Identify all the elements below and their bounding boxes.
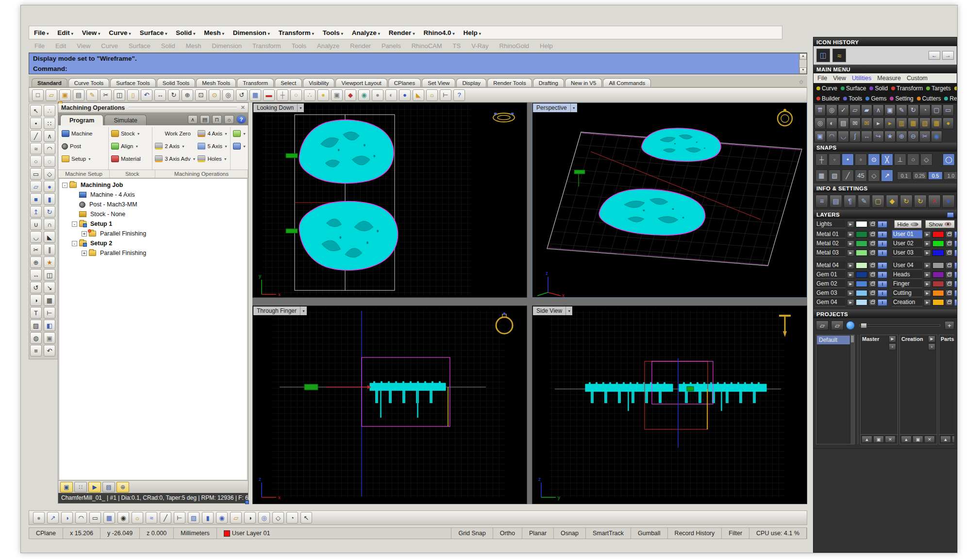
machining-tools-button[interactable]: ▼ — [232, 130, 247, 137]
simulate-stock-icon[interactable]: ▣ — [60, 482, 73, 492]
plugin-menu-item[interactable]: Help — [540, 42, 553, 50]
viewport-perspective[interactable]: z x y Perspective▼ — [532, 102, 807, 298]
tree-item-label[interactable]: Post - Mach3-MM — [87, 201, 139, 208]
hatch-plane-icon[interactable]: ▨ — [188, 512, 199, 524]
viewport-menu-caret-icon[interactable]: ▼ — [300, 306, 307, 315]
gems-category[interactable]: Gems — [865, 95, 886, 102]
column-up-button[interactable]: ▲ — [940, 436, 951, 443]
plugin-menu-item[interactable]: V-Ray — [471, 42, 488, 50]
osnap-toggle[interactable]: Osnap — [554, 528, 586, 539]
toolpath-compare-icon[interactable]: ▤ — [102, 482, 115, 492]
project-item-default[interactable]: Default — [817, 336, 854, 344]
layer-visibility-toggle[interactable]: I — [954, 271, 957, 278]
cam-help-icon[interactable]: ? — [236, 115, 246, 124]
render-car-icon[interactable]: ▬ — [263, 89, 275, 101]
camera-icon[interactable]: ▤ — [838, 118, 849, 129]
cut-icon[interactable]: ✂ — [100, 89, 112, 101]
paste-icon[interactable]: ▯ — [127, 89, 139, 101]
layer-name[interactable]: User 01 — [892, 230, 922, 238]
planar-toggle[interactable]: Planar — [522, 528, 554, 539]
layer-lock-button[interactable] — [946, 231, 953, 238]
scale-icon[interactable]: ↘ — [44, 282, 55, 293]
tree-expander[interactable]: + — [82, 231, 87, 237]
layer-lock-button[interactable] — [946, 250, 953, 256]
layer-visibility-toggle[interactable]: I — [878, 231, 887, 238]
loop-b-icon[interactable]: ↻ — [914, 195, 927, 208]
cam-options-gear-icon[interactable]: ☼ — [224, 115, 234, 124]
render-sphere-dark-icon[interactable]: ◐ — [385, 89, 397, 101]
spheres-icon[interactable]: ◉ — [216, 512, 228, 524]
split-icon[interactable]: ∥ — [44, 244, 55, 255]
grid-snap-toggle[interactable]: Grid Snap — [451, 528, 493, 539]
layer-current-arrow[interactable]: ▶ — [924, 299, 931, 306]
align-button[interactable]: Align▼ — [110, 142, 150, 150]
zoom-window-icon[interactable]: ⊡ — [195, 89, 207, 101]
boxes-icon[interactable]: ▦ — [908, 118, 919, 129]
uvn-move-icon[interactable]: ↗ — [47, 512, 59, 524]
layer-current-arrow[interactable]: ▶ — [847, 231, 854, 238]
tree-item[interactable]: Machine - 4 Axis — [59, 190, 247, 200]
point-icon[interactable]: • — [30, 118, 42, 129]
plugin-menu-item[interactable]: View — [77, 42, 90, 50]
history-forward-button[interactable]: → — [942, 51, 954, 60]
tabstrip-gear-icon[interactable]: ☼ — [798, 77, 804, 85]
toolbar-tab[interactable]: Drafting — [533, 78, 564, 87]
operations-tree-button[interactable]: ▼ — [232, 142, 247, 150]
layout-grid-icon[interactable]: ▦ — [103, 512, 115, 524]
layer-color-swatch[interactable] — [856, 250, 867, 256]
menu-item[interactable]: Mesh▾ — [204, 29, 224, 36]
edit-notes-icon[interactable]: ✎ — [858, 195, 870, 208]
menu-item[interactable]: Render▾ — [389, 29, 415, 36]
box-icon[interactable]: ■ — [30, 193, 42, 205]
rotate-copy-icon[interactable]: ↻ — [908, 104, 919, 116]
scroll-up-icon[interactable]: ▲ — [799, 53, 807, 60]
polyline-icon[interactable]: ∧ — [44, 130, 55, 142]
layer-color-swatch[interactable] — [932, 240, 944, 247]
layer-lock-button[interactable] — [946, 240, 953, 247]
render-sphere-icon[interactable]: ● — [33, 512, 45, 524]
menu-item[interactable]: Solid▾ — [176, 29, 195, 36]
plugin-menu-item[interactable]: Panels — [382, 42, 401, 50]
layer-lock-button[interactable] — [869, 281, 876, 288]
targets-category[interactable]: Targets — [926, 85, 950, 92]
post-hammer-icon[interactable]: ⊓ — [212, 115, 222, 124]
viewport-menu-caret-icon[interactable]: ▼ — [565, 306, 572, 315]
history-clock-icon[interactable]: ◔ — [919, 104, 930, 116]
layer-color-swatch[interactable] — [932, 271, 944, 278]
frame-icon[interactable]: ▢ — [931, 104, 942, 116]
snap-step-1-0[interactable]: 1.0 — [944, 171, 957, 180]
layer-color-swatch[interactable] — [932, 299, 944, 305]
stock-button[interactable]: Stock▼ — [110, 130, 150, 137]
tree-item[interactable]: - Setup 2 — [59, 238, 247, 248]
dimension-icon[interactable]: ⊢ — [174, 512, 185, 524]
lock-icon[interactable]: ▣ — [331, 89, 343, 101]
properties-icon[interactable]: ▤ — [830, 195, 842, 208]
fence-icon[interactable]: ⇈ — [814, 104, 826, 116]
units-pane[interactable]: Millimeters — [174, 528, 217, 539]
unlink-icon[interactable]: ⊖ — [908, 131, 919, 142]
grid-gold-icon[interactable]: ▦ — [931, 118, 942, 129]
layer-color-swatch[interactable] — [856, 271, 867, 278]
tree-item[interactable]: + Parallel Finishing — [59, 248, 247, 258]
layer-color-swatch[interactable] — [932, 262, 944, 269]
layer-current-arrow[interactable]: ▶ — [847, 221, 854, 228]
toolbar-tab[interactable]: Visibility — [303, 78, 334, 87]
unwrap-icon[interactable]: ▥ — [896, 118, 907, 129]
viewport-tab-through-finger[interactable]: Through Finger▼ — [253, 306, 307, 315]
circle-snap-icon[interactable]: ◯ — [943, 153, 955, 166]
undo-view-icon[interactable]: ↺ — [236, 89, 248, 101]
grid-snap-icon[interactable]: ▦ — [815, 169, 828, 182]
undo-icon[interactable]: ↶ — [141, 89, 152, 101]
setup-button[interactable]: Setup▼ — [61, 155, 107, 163]
project-list[interactable]: Default — [816, 335, 855, 444]
2-axis-button[interactable]: 2 Axis▼ — [154, 142, 197, 150]
simulate-play-icon[interactable]: ▶ — [88, 482, 101, 492]
zoom-dynamic-icon[interactable]: ⊕ — [182, 89, 193, 101]
rg-view-link[interactable]: View — [833, 75, 846, 82]
tree-item-label[interactable]: Setup 1 — [88, 220, 114, 228]
tab-simulate[interactable]: Simulate — [104, 115, 147, 125]
viewport-through-finger[interactable]: z x Through Finger▼ — [252, 305, 527, 504]
join-icon[interactable]: ⊕ — [30, 256, 42, 268]
layer-current-arrow[interactable]: ▶ — [924, 271, 931, 278]
column-close-button[interactable]: ✕ — [924, 436, 935, 443]
